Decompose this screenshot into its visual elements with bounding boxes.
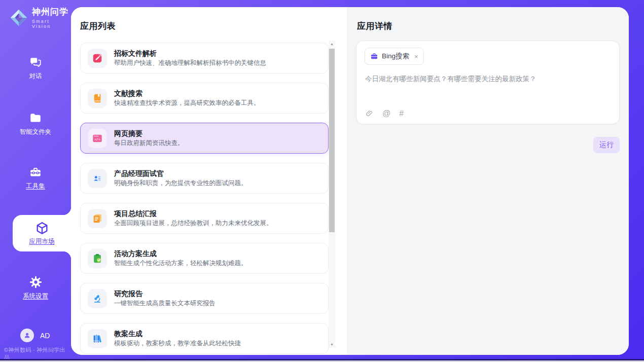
toolbox-icon <box>29 166 42 179</box>
tool-chip-label: Bing搜索 <box>382 52 409 61</box>
app-icon-tile <box>88 249 107 268</box>
main-content: 应用列表 招标文件解析 帮助用户快速、准确地理解和解析招标书中的关键信息 <box>71 7 629 355</box>
scrollbar-thumb[interactable] <box>329 49 335 232</box>
chat-icon <box>29 56 42 69</box>
app-card-title: 招标文件解析 <box>114 49 266 58</box>
sidebar-item-label: 智能文件夹 <box>20 128 52 136</box>
research-microscope-icon <box>92 293 103 304</box>
sidebar-item-label: 应用市场 <box>29 237 55 246</box>
app-card-bid-parsing[interactable]: 招标文件解析 帮助用户快速、准确地理解和解析招标书中的关键信息 <box>80 43 329 74</box>
sidebar-item-toolset[interactable]: 工具集 <box>0 166 71 191</box>
list-scrollbar[interactable]: ▲ ▼ <box>329 41 335 348</box>
app-detail-panel: 应用详情 Bing搜索 × 今日湖北有哪些新闻要点？有哪些需要关注的最新政策？ <box>347 7 629 355</box>
paperclip-icon[interactable] <box>365 109 374 118</box>
svg-text:</>: </> <box>94 137 100 141</box>
scrollbar-down-arrow[interactable]: ▼ <box>329 343 335 346</box>
document-edit-icon <box>92 53 103 64</box>
app-card-title: 网页摘要 <box>114 129 184 138</box>
sidebar-item-label: 对话 <box>29 72 42 81</box>
sidebar-item-smart-folder[interactable]: 智能文件夹 <box>0 112 71 136</box>
avatar <box>20 329 34 342</box>
report-notepad-icon <box>92 213 103 224</box>
app-card-webpage-summary[interactable]: </> 网页摘要 每日政府新闻资讯快查。 <box>80 123 329 154</box>
app-icon-tile <box>88 209 107 228</box>
brand-logo: 神州问学 Smart Vision <box>9 6 71 29</box>
briefcase-icon <box>370 52 378 60</box>
brand-text: 神州问学 Smart Vision <box>32 6 71 29</box>
app-card-title: 研究报告 <box>114 289 216 298</box>
app-card-desc: 快速精准查找学术资源，提高研究效率的必备工具。 <box>114 99 260 107</box>
sidebar-item-label: 系统设置 <box>23 292 48 301</box>
app-icon-tile <box>88 329 107 348</box>
app-card-desc: 每日政府新闻资讯快查。 <box>114 139 184 147</box>
brand-subtitle: Smart Vision <box>32 19 71 29</box>
app-detail-title: 应用详情 <box>357 20 392 32</box>
app-card-title: 项目总结汇报 <box>114 209 273 218</box>
chip-close-icon[interactable]: × <box>414 53 418 60</box>
app-card-list: 招标文件解析 帮助用户快速、准确地理解和解析招标书中的关键信息 文献搜索 <box>80 43 329 355</box>
book-search-icon <box>92 93 103 104</box>
app-card-desc: 模板驱动，教案秒成，教学准备从此轻松快捷 <box>114 340 241 347</box>
sidebar-item-app-market-selected[interactable]: 应用市场 <box>13 215 71 251</box>
app-card-desc: 全面回顾项目进展，总结经验教训，助力未来优化发展。 <box>114 220 273 227</box>
lesson-books-icon <box>92 333 103 344</box>
hashtag-icon[interactable]: # <box>399 110 404 118</box>
app-card-research-report[interactable]: 研究报告 一键智能生成高质量长文本研究报告 <box>80 283 329 314</box>
app-card-desc: 帮助用户快速、准确地理解和解析招标书中的关键信息 <box>114 59 266 67</box>
app-card-literature-search[interactable]: 文献搜索 快速精准查找学术资源，提高研究效率的必备工具。 <box>80 83 329 114</box>
app-card-event-plan[interactable]: 活动方案生成 智能生成个性化活动方案，轻松解决规划难题。 <box>80 243 329 274</box>
gear-icon <box>29 275 43 289</box>
app-card-title: 产品经理面试官 <box>114 169 247 178</box>
mention-icon[interactable]: @ <box>382 110 390 118</box>
sidebar: 神州问学 Smart Vision 对话 智能文件夹 <box>0 0 71 362</box>
brand-title: 神州问学 <box>32 6 71 18</box>
app-list-title: 应用列表 <box>80 20 116 32</box>
app-card-desc: 明确身份和职责，为您提供专业性的面试问题。 <box>114 179 247 187</box>
app-icon-tile: </> <box>88 129 107 148</box>
app-card-title: 教案生成 <box>114 330 241 338</box>
person-icon <box>23 332 31 339</box>
user-initials: AD <box>40 332 50 340</box>
app-card-desc: 智能生成个性化活动方案，轻松解决规划难题。 <box>114 260 247 267</box>
sidebar-item-settings[interactable]: 系统设置 <box>0 275 71 301</box>
cube-icon <box>35 221 49 235</box>
tool-chip-bing-search[interactable]: Bing搜索 × <box>365 48 424 65</box>
scrollbar-up-arrow[interactable]: ▲ <box>329 42 335 46</box>
prompt-text-input[interactable]: 今日湖北有哪些新闻要点？有哪些需要关注的最新政策？ <box>365 75 609 84</box>
user-account[interactable]: AD <box>20 329 50 342</box>
composer-toolbar: @ # <box>365 109 404 118</box>
interviewer-icon <box>92 173 103 184</box>
diamond-logo-icon <box>9 8 28 27</box>
app-icon-tile <box>88 169 107 188</box>
prompt-input-card[interactable]: Bing搜索 × 今日湖北有哪些新闻要点？有哪些需要关注的最新政策？ @ # <box>356 41 620 124</box>
sidebar-item-chat[interactable]: 对话 <box>0 56 71 81</box>
app-card-desc: 一键智能生成高质量长文本研究报告 <box>114 300 216 307</box>
sidebar-item-label: 工具集 <box>26 182 45 191</box>
app-card-pm-interviewer[interactable]: 产品经理面试官 明确身份和职责，为您提供专业性的面试问题。 <box>80 163 329 194</box>
plan-clipboard-icon <box>92 253 103 264</box>
app-card-project-summary[interactable]: 项目总结汇报 全面回顾项目进展，总结经验教训，助力未来优化发展。 <box>80 203 329 234</box>
app-icon-tile <box>88 289 107 308</box>
app-icon-tile <box>88 49 107 68</box>
app-icon-tile <box>88 89 107 108</box>
folder-icon <box>29 112 42 125</box>
app-window: 神州问学 Smart Vision 对话 智能文件夹 <box>0 0 644 362</box>
webpage-summary-icon: </> <box>92 133 103 144</box>
run-button[interactable]: 运行 <box>593 137 620 153</box>
app-card-title: 活动方案生成 <box>114 249 247 258</box>
app-list-panel: 应用列表 招标文件解析 帮助用户快速、准确地理解和解析招标书中的关键信息 <box>71 7 347 355</box>
app-card-title: 文献搜索 <box>114 89 260 98</box>
app-card-lesson-plan[interactable]: 教案生成 模板驱动，教案秒成，教学准备从此轻松快捷 <box>80 323 329 354</box>
